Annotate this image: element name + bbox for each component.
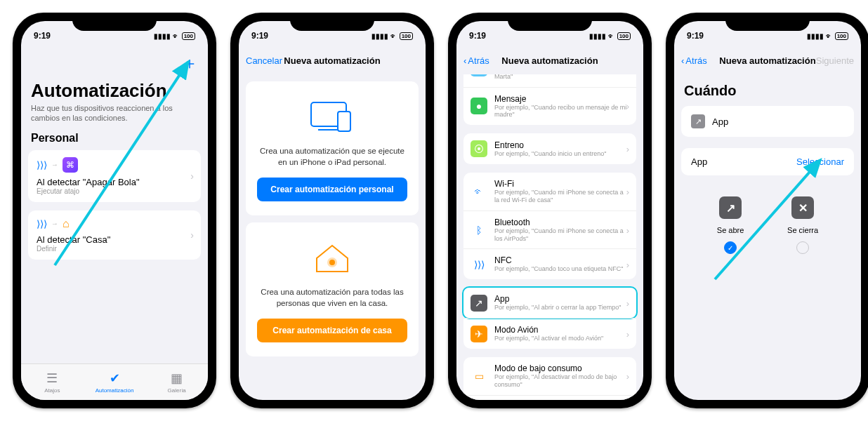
select-link[interactable]: Seleccionar: [796, 156, 844, 167]
section-heading: Personal: [28, 131, 201, 150]
trigger-sub: Por ejemplo, "Cuando mi iPhone se conect…: [494, 227, 628, 243]
chevron-icon: ›: [626, 370, 629, 381]
cancel-button[interactable]: Cancelar: [246, 55, 282, 66]
signal-icon: ▮▮▮▮: [589, 32, 606, 40]
trigger-sub: Por ejemplo, "Al activar el modo Avión": [494, 335, 628, 342]
chevron-icon: ›: [190, 229, 194, 241]
toggle-row: ↗ Se abre ✓ ✕ Se cierra: [681, 189, 854, 261]
nfc-icon: ⟩⟩⟩: [37, 159, 47, 171]
nfc-icon: ⟩⟩⟩: [37, 218, 47, 229]
trigger-sub: Por ejemplo, "Al desactivar el modo de b…: [494, 373, 628, 389]
trigger-group: ᯤWi-FiPor ejemplo, "Cuando mi iPhone se …: [463, 173, 636, 279]
app-icon: ↗: [691, 114, 705, 128]
chevron-icon: ›: [626, 101, 629, 112]
back-button[interactable]: ‹ Atrás: [681, 55, 707, 66]
radio-opens[interactable]: ✓: [724, 241, 737, 254]
automation-sub: Ejecutar atajo: [37, 187, 192, 195]
next-button[interactable]: Siguiente: [816, 55, 854, 66]
trigger-title: App: [494, 294, 628, 304]
chevron-icon: ›: [626, 328, 629, 339]
wifi-icon: ᯤ: [608, 32, 615, 40]
radio-closes[interactable]: [796, 241, 809, 254]
add-button[interactable]: ＋: [181, 52, 198, 74]
wi-fi-icon: ᯤ: [471, 183, 487, 200]
app-selector-row[interactable]: App Seleccionar: [681, 148, 854, 175]
home-icon: [257, 236, 407, 279]
trigger-item-bluetooth[interactable]: ᛒBluetoothPor ejemplo, "Cuando mi iPhone…: [463, 210, 636, 249]
signal-icon: ▮▮▮▮: [807, 32, 824, 40]
home-automation-card: Crea una automatización para todas las p…: [246, 222, 419, 356]
trigger-group: ▭Modo de bajo consumoPor ejemplo, "Al de…: [463, 357, 636, 400]
open-icon: ↗: [719, 196, 742, 219]
back-button[interactable]: ‹ Atrás: [463, 55, 489, 66]
modo-avión-icon: ✈: [471, 326, 487, 342]
automation-sub: Definir: [37, 245, 192, 253]
tab-automation[interactable]: ✔︎ Automatización: [84, 364, 146, 400]
grid-icon: ▦: [171, 370, 183, 386]
when-heading: Cuándo: [681, 74, 854, 106]
automation-card[interactable]: ⟩⟩⟩ → ⌂ Al detectar "Casa" Definir ›: [28, 210, 201, 260]
trigger-title: NFC: [494, 255, 628, 265]
trigger-item-nivel-de-batería[interactable]: ▬Nivel de bateríaPor ejemplo, "Cuando el…: [463, 395, 636, 400]
battery-icon: 100: [835, 32, 848, 40]
trigger-item-wi-fi[interactable]: ᯤWi-FiPor ejemplo, "Cuando mi iPhone se …: [463, 173, 636, 210]
trigger-group: ✉︎EmailPor ejemplo, "Cuando recibo un co…: [463, 74, 636, 125]
chevron-icon: ›: [190, 171, 194, 182]
trigger-group: ↗AppPor ejemplo, "Al abrir o cerrar la a…: [463, 286, 636, 349]
trigger-item-modo-de-bajo-consumo[interactable]: ▭Modo de bajo consumoPor ejemplo, "Al de…: [463, 357, 636, 395]
trigger-item-modo-avión[interactable]: ✈Modo AviónPor ejemplo, "Al activar el m…: [463, 318, 636, 349]
nav-bar: Cancelar Nueva automatización: [239, 46, 426, 74]
status-time: 9:19: [34, 31, 51, 41]
tab-gallery[interactable]: ▦ Galería: [145, 364, 208, 400]
phone-frame-2: 9:19 ▮▮▮▮ ᯤ 100 Cancelar Nueva automatiz…: [230, 13, 434, 408]
status-time: 9:19: [251, 31, 268, 41]
stack-icon: ☰: [46, 370, 58, 386]
battery-icon: 100: [617, 32, 631, 40]
phone-frame-3: 9:19 ▮▮▮▮ ᯤ 100 ‹ Atrás Nueva automatiza…: [448, 13, 652, 408]
page-subtitle: Haz que tus dispositivos reaccionen a lo…: [28, 103, 201, 131]
create-personal-button[interactable]: Crear automatización personal: [257, 178, 407, 201]
nav-title: Nueva automatización: [501, 55, 598, 66]
trigger-item-nfc[interactable]: ⟩⟩⟩NFCPor ejemplo, "Cuando toco una etiq…: [463, 248, 636, 279]
nfc-icon: ⟩⟩⟩: [471, 256, 487, 273]
wifi-icon: ᯤ: [173, 32, 180, 40]
arrow-icon: →: [51, 161, 58, 168]
create-home-button[interactable]: Crear automatización de casa: [257, 319, 407, 342]
chevron-icon: ›: [626, 259, 629, 269]
option-closes[interactable]: ✕ Se cierra: [787, 196, 818, 254]
automation-title: Al detectar "Apagar Bola": [37, 177, 192, 187]
home-icon: ⌂: [63, 218, 70, 230]
card-description: Crea una automatización que se ejecute e…: [257, 146, 407, 168]
entreno-icon: ⦿: [471, 140, 487, 157]
chevron-icon: ›: [626, 298, 629, 308]
chevron-icon: ›: [626, 225, 629, 235]
battery-icon: 100: [400, 32, 413, 40]
app-icon: ↗: [471, 295, 487, 312]
trigger-title: Modo de bajo consumo: [494, 363, 628, 373]
trigger-item-email[interactable]: ✉︎EmailPor ejemplo, "Cuando recibo un co…: [463, 74, 636, 87]
trigger-title: Mensaje: [494, 94, 628, 104]
trigger-item-app[interactable]: ↗AppPor ejemplo, "Al abrir o cerrar la a…: [462, 286, 638, 319]
notch: [508, 13, 592, 31]
wifi-icon: ᯤ: [826, 32, 833, 40]
app-row-label: App: [691, 156, 707, 167]
status-time: 9:19: [469, 31, 486, 41]
notch: [725, 13, 810, 31]
wifi-icon: ᯤ: [390, 32, 397, 40]
tab-shortcuts[interactable]: ☰ Atajos: [21, 364, 84, 400]
status-time: 9:19: [687, 31, 704, 41]
clock-check-icon: ✔︎: [110, 370, 120, 386]
trigger-title: Bluetooth: [494, 218, 628, 227]
devices-icon: [257, 95, 407, 138]
nav-title: Nueva automatización: [284, 55, 380, 66]
trigger-card: ↗ App: [681, 106, 854, 137]
trigger-title: Entreno: [494, 140, 628, 150]
trigger-item-mensaje[interactable]: ●MensajePor ejemplo, "Cuando recibo un m…: [463, 87, 636, 126]
trigger-sub: Por ejemplo, "Cuando inicio un entreno": [494, 150, 628, 158]
automation-card[interactable]: ⟩⟩⟩ → ⌘ Al detectar "Apagar Bola" Ejecut…: [28, 150, 201, 202]
svg-rect-3: [338, 112, 350, 131]
trigger-sub: Por ejemplo, "Cuando toco una etiqueta N…: [494, 265, 628, 273]
trigger-item-entreno[interactable]: ⦿EntrenoPor ejemplo, "Cuando inicio un e…: [463, 133, 636, 164]
personal-automation-card: Crea una automatización que se ejecute e…: [246, 81, 419, 215]
option-opens[interactable]: ↗ Se abre ✓: [717, 196, 744, 254]
